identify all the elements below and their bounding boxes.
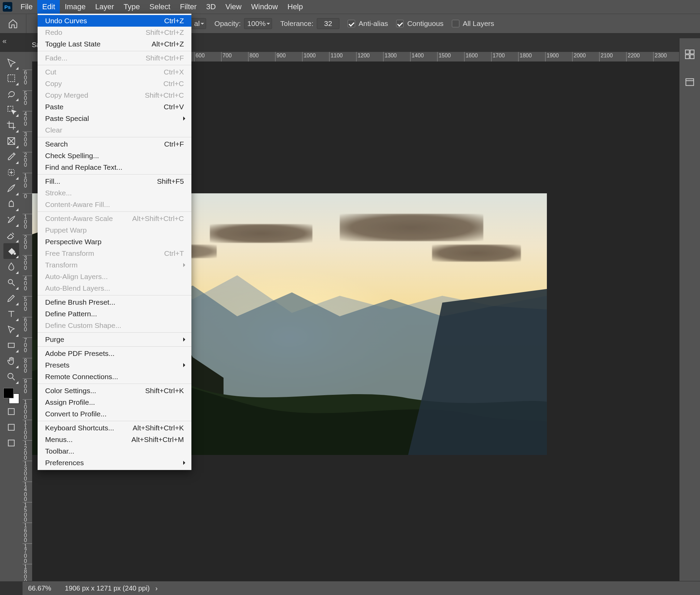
zoom-level[interactable]: 66.67%	[28, 584, 51, 592]
tool-object-select[interactable]	[3, 102, 19, 117]
color-panel-icon[interactable]	[684, 49, 696, 62]
tool-history-brush[interactable]	[3, 212, 19, 227]
home-icon	[8, 18, 18, 29]
screen-mode-icon[interactable]	[3, 435, 19, 451]
tool-marquee[interactable]	[3, 70, 19, 86]
menu-item-color-settings[interactable]: Color Settings...Shift+Ctrl+K	[38, 385, 191, 397]
menu-item-auto-align-layers: Auto-Align Layers...	[38, 271, 191, 282]
menu-item-purge[interactable]: Purge	[38, 334, 191, 345]
tool-hand[interactable]	[3, 353, 19, 369]
tool-dodge[interactable]	[3, 275, 19, 290]
tool-zoom[interactable]	[3, 369, 19, 385]
tool-crop[interactable]	[3, 117, 19, 133]
tool-path-select[interactable]	[3, 322, 19, 337]
menu-image[interactable]: Image	[60, 0, 90, 14]
menu-window[interactable]: Window	[246, 0, 283, 14]
tool-brush[interactable]	[3, 180, 19, 196]
svg-rect-13	[685, 55, 689, 58]
menu-item-define-custom-shape: Define Custom Shape...	[38, 320, 191, 331]
svg-point-5	[8, 279, 13, 284]
menu-item-presets[interactable]: Presets	[38, 359, 191, 371]
menu-item-check-spelling[interactable]: Check Spelling...	[38, 150, 191, 162]
svg-rect-8	[8, 409, 14, 415]
tool-pen[interactable]	[3, 290, 19, 306]
menu-item-content-aware-scale: Content-Aware ScaleAlt+Shift+Ctrl+C	[38, 213, 191, 224]
svg-point-7	[8, 373, 13, 378]
menu-select[interactable]: Select	[145, 0, 175, 14]
tool-eyedropper[interactable]	[3, 149, 19, 165]
svg-rect-9	[8, 424, 14, 430]
menu-item-preferences[interactable]: Preferences	[38, 457, 191, 469]
panel-dock	[679, 38, 700, 581]
svg-rect-11	[685, 50, 689, 54]
menu-item-remote-connections[interactable]: Remote Connections...	[38, 371, 191, 383]
tool-clone[interactable]	[3, 196, 19, 212]
tolerance-field[interactable]: 32	[317, 18, 339, 29]
edit-toolbar-icon[interactable]	[3, 404, 19, 419]
menu-bar: Ps FileEditImageLayerTypeSelectFilter3DV…	[0, 0, 700, 14]
sample-dropdown[interactable]: al	[191, 18, 206, 29]
menu-layer[interactable]: Layer	[91, 0, 119, 14]
tolerance-label: Tolerance:	[280, 19, 313, 28]
anti-alias-checkbox[interactable]: Anti-alias	[344, 19, 392, 28]
tool-move[interactable]	[3, 55, 19, 70]
menu-item-define-pattern[interactable]: Define Pattern...	[38, 308, 191, 320]
menu-item-free-transform: Free TransformCtrl+T	[38, 248, 191, 259]
opacity-label: Opacity:	[214, 19, 241, 28]
tool-frame[interactable]	[3, 133, 19, 149]
menu-item-menus[interactable]: Menus...Alt+Shift+Ctrl+M	[38, 434, 191, 445]
menu-type[interactable]: Type	[119, 0, 145, 14]
ruler-vertical[interactable]: 6 0 05 0 04 0 03 0 02 0 01 0 001 0 02 0 …	[23, 61, 32, 581]
menu-item-paste[interactable]: PasteCtrl+V	[38, 101, 191, 113]
quick-mask-icon[interactable]	[3, 419, 19, 435]
tool-rectangle[interactable]	[3, 337, 19, 353]
menu-item-define-brush-preset[interactable]: Define Brush Preset...	[38, 296, 191, 308]
menu-item-copy: CopyCtrl+C	[38, 78, 191, 89]
home-button[interactable]	[0, 14, 26, 33]
menu-item-find-and-replace-text[interactable]: Find and Replace Text...	[38, 162, 191, 173]
menu-item-assign-profile[interactable]: Assign Profile...	[38, 397, 191, 408]
menu-item-adobe-pdf-presets[interactable]: Adobe PDF Presets...	[38, 348, 191, 359]
menu-edit[interactable]: Edit	[37, 0, 60, 14]
menu-item-perspective-warp[interactable]: Perspective Warp	[38, 236, 191, 248]
menu-filter[interactable]: Filter	[175, 0, 201, 14]
document-info[interactable]: 1906 px x 1271 px (240 ppi) ›	[65, 584, 158, 592]
menu-item-convert-to-profile[interactable]: Convert to Profile...	[38, 408, 191, 420]
all-layers-checkbox[interactable]: All Layers	[448, 19, 498, 28]
menu-item-paste-special[interactable]: Paste Special	[38, 113, 191, 124]
menu-view[interactable]: View	[220, 0, 246, 14]
menu-item-search[interactable]: SearchCtrl+F	[38, 138, 191, 150]
menu-item-puppet-warp: Puppet Warp	[38, 224, 191, 236]
menu-item-redo: RedoShift+Ctrl+Z	[38, 27, 191, 38]
tool-lasso[interactable]	[3, 86, 19, 102]
menu-item-cut: CutCtrl+X	[38, 66, 191, 78]
contiguous-checkbox[interactable]: Contiguous	[392, 19, 447, 28]
menu-item-fill[interactable]: Fill...Shift+F5	[38, 176, 191, 187]
menu-item-content-aware-fill: Content-Aware Fill...	[38, 199, 191, 210]
svg-rect-12	[690, 50, 694, 54]
opacity-field[interactable]: 100%	[244, 18, 272, 29]
tool-type[interactable]	[3, 306, 19, 322]
menu-item-clear: Clear	[38, 124, 191, 136]
svg-point-4	[14, 253, 16, 254]
menu-item-toolbar[interactable]: Toolbar...	[38, 445, 191, 457]
tool-healing[interactable]	[3, 165, 19, 180]
tool-blur[interactable]	[3, 259, 19, 275]
menu-item-copy-merged: Copy MergedShift+Ctrl+C	[38, 89, 191, 101]
menu-help[interactable]: Help	[283, 0, 308, 14]
menu-3d[interactable]: 3D	[201, 0, 220, 14]
tool-bucket[interactable]	[3, 243, 19, 259]
collapse-left-icon[interactable]: «	[2, 37, 6, 46]
menu-item-toggle-last-state[interactable]: Toggle Last StateAlt+Ctrl+Z	[38, 38, 191, 50]
menu-item-transform: Transform	[38, 259, 191, 271]
menu-item-auto-blend-layers: Auto-Blend Layers...	[38, 282, 191, 294]
menu-file[interactable]: File	[16, 0, 37, 14]
svg-rect-6	[8, 343, 14, 348]
edit-menu-dropdown: Undo CurvesCtrl+ZRedoShift+Ctrl+ZToggle …	[38, 14, 191, 470]
menu-item-keyboard-shortcuts[interactable]: Keyboard Shortcuts...Alt+Shift+Ctrl+K	[38, 422, 191, 434]
menu-item-undo-curves[interactable]: Undo CurvesCtrl+Z	[38, 15, 191, 27]
color-swatches[interactable]	[3, 388, 19, 404]
svg-rect-14	[690, 55, 694, 58]
libraries-panel-icon[interactable]	[684, 76, 696, 89]
tool-eraser[interactable]	[3, 227, 19, 243]
